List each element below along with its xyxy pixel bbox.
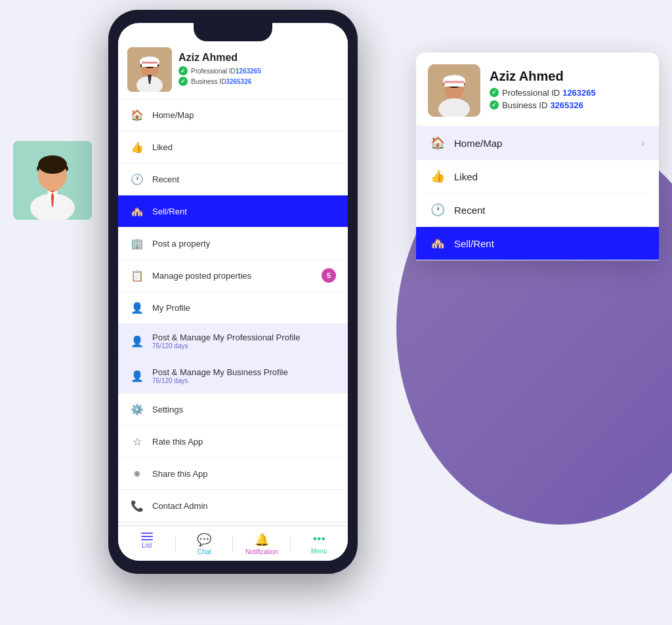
- sidebar-item-recent[interactable]: 🕐 Recent: [118, 163, 348, 195]
- sidebar-item-sell-rent[interactable]: 🏘️ Sell/Rent: [118, 195, 348, 228]
- settings-label: Settings: [152, 405, 336, 414]
- popup-menu-liked[interactable]: 👍 Liked: [428, 160, 647, 193]
- phone-notch: [194, 23, 272, 41]
- professional-id-label: Professional ID: [191, 68, 236, 75]
- popup-info: Aziz Ahmed Professional ID 1263265 Busin…: [490, 69, 596, 113]
- liked-label: Liked: [152, 142, 336, 152]
- popup-home-icon: 🏠: [430, 136, 445, 150]
- post-property-label: Post a property: [152, 239, 336, 249]
- tab-list-label: List: [142, 542, 152, 549]
- share-app-icon: ⎈: [130, 466, 144, 481]
- my-profile-label: My Profile: [152, 303, 336, 313]
- sidebar-item-manage-properties[interactable]: 📋 Manage posted properties 5: [118, 260, 348, 292]
- recent-icon: 🕐: [130, 172, 144, 186]
- popup-business-id-row: Business ID 3265326: [490, 100, 596, 110]
- tab-notification-label: Notification: [245, 548, 278, 555]
- sidebar-item-settings[interactable]: ⚙️ Settings: [118, 393, 348, 426]
- professional-id-row: Professional ID 1263265: [178, 66, 339, 75]
- professional-id-value: 1263265: [236, 68, 261, 75]
- popup-business-id-value: 3265326: [550, 100, 583, 110]
- popup-liked-icon: 👍: [430, 169, 445, 184]
- popup-avatar-svg: [428, 64, 480, 117]
- professional-profile-icon: 👤: [130, 334, 144, 348]
- sidebar-item-rate-app[interactable]: ☆ Rate this App: [118, 426, 348, 458]
- list-icon: [141, 533, 153, 540]
- business-id-row: Business ID 3265326: [178, 77, 339, 86]
- sidebar-item-home[interactable]: 🏠 Home/Map: [118, 99, 348, 131]
- popup-professional-check: [490, 88, 499, 97]
- popup-home-label: Home/Map: [454, 138, 641, 149]
- business-profile-sub: 76/120 days: [152, 377, 336, 384]
- nav-menu: 🏠 Home/Map 👍 Liked 🕐 Recent 🏘️ Sell/Rent…: [118, 99, 348, 525]
- business-profile-label: Post & Manage My Business Profile 76/120…: [152, 367, 336, 384]
- profile-header: Aziz Ahmed Professional ID 1263265 Busin…: [118, 39, 348, 99]
- share-app-label: Share this App: [152, 469, 336, 479]
- popup-professional-id-row: Professional ID 1263265: [490, 88, 596, 98]
- popup-menu-home[interactable]: 🏠 Home/Map ›: [416, 127, 659, 160]
- business-check-icon: [178, 77, 188, 86]
- phone-screen: Aziz Ahmed Professional ID 1263265 Busin…: [118, 23, 348, 561]
- liked-icon: 👍: [130, 140, 144, 154]
- svg-rect-26: [444, 81, 464, 83]
- professional-profile-sub: 76/120 days: [152, 342, 336, 350]
- popup-avatar: [428, 64, 480, 117]
- sell-rent-label: Sell/Rent: [152, 207, 336, 216]
- manage-properties-icon: 📋: [130, 268, 144, 283]
- professional-profile-label: Post & Manage My Professional Profile 76…: [152, 333, 336, 350]
- profile-avatar: [127, 47, 172, 92]
- post-property-icon: 🏢: [130, 236, 144, 251]
- avatar-topleft: [13, 141, 92, 220]
- popup-professional-id-value: 1263265: [562, 88, 596, 98]
- popup-recent-label: Recent: [454, 205, 644, 216]
- business-profile-icon: 👤: [130, 369, 144, 383]
- tab-menu[interactable]: ••• Menu: [291, 533, 348, 555]
- popup-sell-rent-label: Sell/Rent: [454, 238, 644, 249]
- popup-sell-rent-icon: 🏘️: [430, 236, 445, 251]
- popup-card: Aziz Ahmed Professional ID 1263265 Busin…: [416, 52, 659, 260]
- tab-chat[interactable]: 💬 Chat: [176, 533, 234, 555]
- home-label: Home/Map: [152, 110, 336, 120]
- tab-menu-label: Menu: [311, 548, 327, 555]
- notification-icon: 🔔: [255, 533, 269, 547]
- popup-menu-recent[interactable]: 🕐 Recent: [428, 193, 647, 227]
- professional-check-icon: [178, 66, 188, 75]
- svg-rect-27: [450, 91, 459, 97]
- sidebar-item-liked[interactable]: 👍 Liked: [118, 131, 348, 163]
- business-id-label: Business ID: [191, 78, 226, 85]
- sidebar-item-business-profile[interactable]: 👤 Post & Manage My Business Profile 76/1…: [118, 359, 348, 393]
- popup-name: Aziz Ahmed: [490, 69, 596, 84]
- menu-icon: •••: [313, 533, 326, 546]
- phone-mockup: Aziz Ahmed Professional ID 1263265 Busin…: [108, 10, 358, 574]
- contact-admin-label: Contact Admin: [152, 501, 336, 511]
- popup-menu-sell-rent[interactable]: 🏘️ Sell/Rent: [416, 227, 659, 260]
- rate-app-icon: ☆: [130, 434, 144, 449]
- profile-name: Aziz Ahmed: [178, 52, 339, 64]
- tab-chat-label: Chat: [198, 548, 211, 555]
- recent-label: Recent: [152, 174, 336, 184]
- profile-avatar-svg: [127, 47, 172, 92]
- sidebar-item-post-property[interactable]: 🏢 Post a property: [118, 228, 348, 260]
- tab-notification[interactable]: 🔔 Notification: [233, 533, 291, 555]
- sidebar-item-share-app[interactable]: ⎈ Share this App: [118, 458, 348, 490]
- tab-list[interactable]: List: [118, 533, 176, 555]
- sidebar-item-my-profile[interactable]: 👤 My Profile: [118, 292, 348, 324]
- svg-point-3: [38, 155, 67, 174]
- contact-admin-icon: 📞: [130, 498, 144, 513]
- sidebar-item-contact-admin[interactable]: 📞 Contact Admin: [118, 490, 348, 522]
- manage-properties-badge: 5: [322, 268, 336, 283]
- svg-rect-16: [145, 70, 152, 75]
- business-id-value: 3265326: [226, 78, 251, 85]
- rate-app-label: Rate this App: [152, 437, 336, 447]
- sidebar-item-professional-profile[interactable]: 👤 Post & Manage My Professional Profile …: [118, 324, 348, 359]
- profile-info: Aziz Ahmed Professional ID 1263265 Busin…: [178, 52, 339, 87]
- popup-recent-icon: 🕐: [430, 203, 445, 217]
- popup-home-chevron-icon: ›: [641, 137, 644, 149]
- popup-professional-id-label: Professional ID: [502, 88, 560, 98]
- settings-icon: ⚙️: [130, 402, 144, 416]
- manage-properties-label: Manage posted properties: [152, 271, 322, 281]
- sell-rent-icon: 🏘️: [130, 204, 144, 218]
- my-profile-icon: 👤: [130, 300, 144, 315]
- popup-liked-label: Liked: [454, 171, 644, 182]
- home-icon: 🏠: [130, 108, 144, 122]
- popup-business-id-label: Business ID: [502, 100, 547, 110]
